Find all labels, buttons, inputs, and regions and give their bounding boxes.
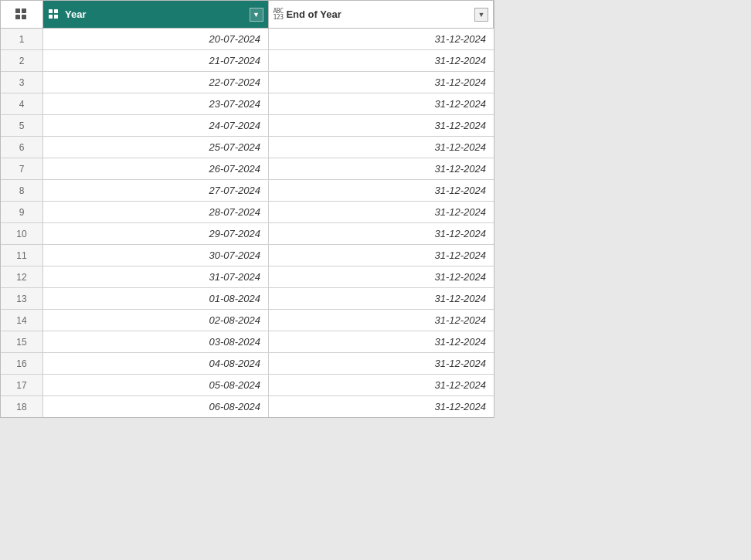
table-row: 1402-08-202431-12-2024 (1, 310, 494, 331)
table-row: 1604-08-202431-12-2024 (1, 353, 494, 375)
eoy-cell: 31-12-2024 (269, 288, 494, 309)
eoy-cell: 31-12-2024 (269, 50, 494, 71)
eoy-cell: 31-12-2024 (269, 310, 494, 331)
svg-rect-6 (49, 15, 53, 19)
svg-rect-7 (54, 15, 58, 19)
svg-rect-2 (15, 15, 20, 19)
table-row: 1705-08-202431-12-2024 (1, 375, 494, 396)
eoy-cell: 31-12-2024 (269, 223, 494, 244)
table-row: 1130-07-202431-12-2024 (1, 245, 494, 266)
row-number: 16 (1, 353, 43, 374)
year-cell: 26-07-2024 (43, 158, 269, 179)
eoy-cell: 31-12-2024 (269, 266, 494, 287)
row-num-header[interactable] (1, 1, 43, 29)
year-cell: 03-08-2024 (43, 331, 269, 352)
row-number: 7 (1, 158, 43, 179)
table-row: 423-07-202431-12-2024 (1, 93, 494, 115)
eoy-cell: 31-12-2024 (269, 331, 494, 352)
table-row: 726-07-202431-12-2024 (1, 158, 494, 180)
eoy-cell: 31-12-2024 (269, 353, 494, 374)
abc-123-icon: ABC 123 (274, 8, 284, 21)
year-cell: 21-07-2024 (43, 50, 269, 71)
table-row: 1301-08-202431-12-2024 (1, 288, 494, 310)
data-table: Year ▼ ABC 123 End of Year ▼ 120-07-2024… (0, 0, 494, 418)
table-row: 827-07-202431-12-2024 (1, 180, 494, 202)
year-cell: 25-07-2024 (43, 137, 269, 158)
table-row: 524-07-202431-12-2024 (1, 115, 494, 137)
eoy-cell: 31-12-2024 (269, 115, 494, 136)
eoy-cell: 31-12-2024 (269, 93, 494, 114)
year-cell: 05-08-2024 (43, 375, 269, 395)
row-number: 2 (1, 50, 43, 71)
eoy-cell: 31-12-2024 (269, 375, 494, 395)
eoy-cell: 31-12-2024 (269, 29, 494, 49)
table-row: 1503-08-202431-12-2024 (1, 331, 494, 353)
grid-icon (15, 8, 29, 22)
table-row: 1231-07-202431-12-2024 (1, 266, 494, 288)
year-cell: 29-07-2024 (43, 223, 269, 244)
eoy-cell: 31-12-2024 (269, 158, 494, 179)
svg-rect-4 (49, 9, 53, 13)
year-cell: 28-07-2024 (43, 202, 269, 222)
row-number: 18 (1, 396, 43, 417)
row-number: 14 (1, 310, 43, 331)
row-number: 11 (1, 245, 43, 266)
table-body: 120-07-202431-12-2024221-07-202431-12-20… (1, 29, 494, 417)
year-column-label: Year (65, 8, 250, 20)
row-number: 6 (1, 137, 43, 158)
row-number: 15 (1, 331, 43, 352)
column-header-eoy[interactable]: ABC 123 End of Year ▼ (269, 1, 494, 29)
row-number: 9 (1, 202, 43, 222)
svg-rect-1 (22, 8, 26, 13)
row-number: 12 (1, 266, 43, 287)
year-cell: 31-07-2024 (43, 266, 269, 287)
eoy-cell: 31-12-2024 (269, 180, 494, 201)
table-row: 1029-07-202431-12-2024 (1, 223, 494, 245)
table-row: 625-07-202431-12-2024 (1, 137, 494, 158)
year-cell: 30-07-2024 (43, 245, 269, 266)
row-number: 13 (1, 288, 43, 309)
year-cell: 24-07-2024 (43, 115, 269, 136)
table-row: 322-07-202431-12-2024 (1, 72, 494, 93)
table-row: 928-07-202431-12-2024 (1, 202, 494, 223)
eoy-cell: 31-12-2024 (269, 202, 494, 222)
svg-rect-5 (54, 9, 58, 13)
eoy-column-dropdown[interactable]: ▼ (474, 8, 488, 22)
year-cell: 01-08-2024 (43, 288, 269, 309)
svg-rect-0 (15, 8, 20, 13)
eoy-cell: 31-12-2024 (269, 396, 494, 417)
eoy-cell: 31-12-2024 (269, 72, 494, 93)
row-number: 4 (1, 93, 43, 114)
row-number: 5 (1, 115, 43, 136)
eoy-cell: 31-12-2024 (269, 137, 494, 158)
row-number: 10 (1, 223, 43, 244)
table-icon (48, 8, 60, 21)
year-cell: 06-08-2024 (43, 396, 269, 417)
year-cell: 02-08-2024 (43, 310, 269, 331)
row-number: 17 (1, 375, 43, 395)
year-cell: 22-07-2024 (43, 72, 269, 93)
table-header: Year ▼ ABC 123 End of Year ▼ (1, 1, 494, 29)
year-cell: 23-07-2024 (43, 93, 269, 114)
table-row: 221-07-202431-12-2024 (1, 50, 494, 72)
row-number: 8 (1, 180, 43, 201)
svg-rect-3 (22, 15, 26, 19)
table-row: 120-07-202431-12-2024 (1, 29, 494, 50)
eoy-column-label: End of Year (286, 8, 474, 20)
row-number: 1 (1, 29, 43, 49)
year-cell: 20-07-2024 (43, 29, 269, 49)
row-number: 3 (1, 72, 43, 93)
column-header-year[interactable]: Year ▼ (43, 1, 269, 29)
year-cell: 27-07-2024 (43, 180, 269, 201)
eoy-cell: 31-12-2024 (269, 245, 494, 266)
year-cell: 04-08-2024 (43, 353, 269, 374)
table-row: 1806-08-202431-12-2024 (1, 396, 494, 417)
year-column-dropdown[interactable]: ▼ (250, 8, 263, 22)
